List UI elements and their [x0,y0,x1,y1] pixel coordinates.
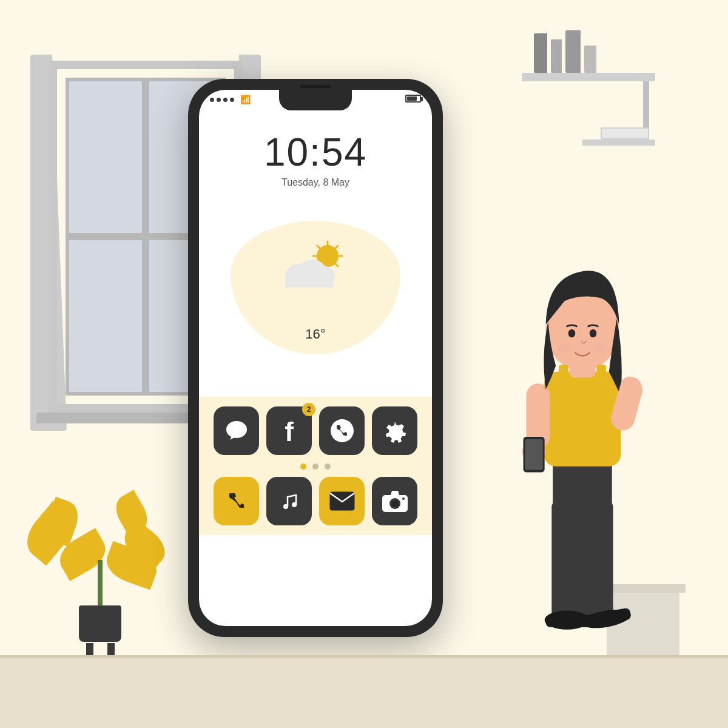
svg-rect-33 [544,372,621,467]
floor [0,655,728,728]
weather-icon-svg [279,239,352,294]
app-mail[interactable] [319,477,365,525]
camera-icon [381,489,409,513]
weather-icon-area [279,239,352,296]
signal-dots [210,98,234,102]
svg-point-19 [292,502,297,507]
plant-pot [79,605,121,642]
svg-rect-45 [559,365,568,376]
phone-icon [224,488,249,514]
app-grid: 2 f [199,397,432,535]
shelf-board [522,73,655,81]
plant-stem [98,560,103,608]
character-illustration [467,206,698,667]
phone-outer: 📶 10:54 Tuesday, 8 May [188,79,443,637]
mail-icon [329,491,356,511]
signal-area: 📶 [210,95,251,105]
phone: 📶 10:54 Tuesday, 8 May [188,79,443,637]
window-pane-tl [66,78,146,237]
shelf [522,73,655,81]
svg-point-24 [391,500,399,507]
shelf-small-item [601,127,649,140]
clock-date: Tuesday, 8 May [199,177,432,188]
signal-dot-2 [217,98,221,102]
app-whatsapp[interactable] [319,406,365,455]
svg-line-5 [317,246,321,249]
phone-notch [279,90,352,110]
svg-rect-38 [525,439,542,470]
page-dots [214,463,417,470]
svg-point-25 [402,497,405,500]
scene: 📶 10:54 Tuesday, 8 May [0,0,728,728]
facebook-icon: f [285,416,294,445]
svg-point-44 [593,343,607,353]
floor-line [0,655,728,658]
svg-rect-46 [596,365,606,376]
svg-line-7 [334,246,338,249]
app-row-2 [214,477,417,525]
svg-point-42 [590,329,597,338]
app-facebook[interactable]: 2 f [266,406,312,455]
book-3 [565,30,581,73]
page-dot-2 [312,463,318,470]
shelf-support [643,81,649,130]
app-camera[interactable] [372,477,417,525]
screen-content: 10:54 Tuesday, 8 May [199,112,432,626]
battery-icon [405,95,421,103]
phone-speaker [300,85,331,88]
music-icon [277,488,302,514]
clock-time: 10:54 [199,130,432,175]
svg-rect-28 [582,502,613,620]
svg-point-41 [568,329,576,338]
page-dot-1 [300,463,306,470]
battery-fill [407,96,417,101]
svg-rect-27 [551,502,582,620]
signal-dot-3 [223,98,228,102]
page-dot-3 [325,463,331,470]
facebook-badge: 2 [302,403,315,416]
clock-section: 10:54 Tuesday, 8 May [199,112,432,194]
svg-marker-22 [391,491,399,495]
book-2 [551,39,562,73]
svg-line-6 [334,263,338,266]
signal-dot-1 [210,98,214,102]
svg-point-18 [283,504,288,509]
app-messages[interactable] [214,406,259,455]
svg-point-43 [558,343,571,353]
phone-screen: 📶 10:54 Tuesday, 8 May [199,90,432,626]
small-shelf [582,140,655,146]
weather-widget: 16° [231,221,400,354]
signal-dot-4 [230,98,234,102]
book-1 [534,33,547,73]
app-phone[interactable] [214,477,259,525]
whatsapp-icon [328,417,356,445]
window-pane-bl [66,237,146,396]
app-row-1: 2 f [214,406,417,455]
svg-point-16 [331,419,354,442]
shelf-items [534,30,596,73]
svg-rect-13 [285,280,334,288]
app-settings[interactable] [372,406,417,455]
plant [79,460,121,667]
svg-point-14 [226,421,247,438]
book-4 [584,46,596,73]
weather-temp: 16° [305,326,325,342]
messages-icon [224,418,249,443]
settings-icon [381,417,409,445]
wifi-icon: 📶 [240,95,251,105]
app-music[interactable] [266,477,312,525]
